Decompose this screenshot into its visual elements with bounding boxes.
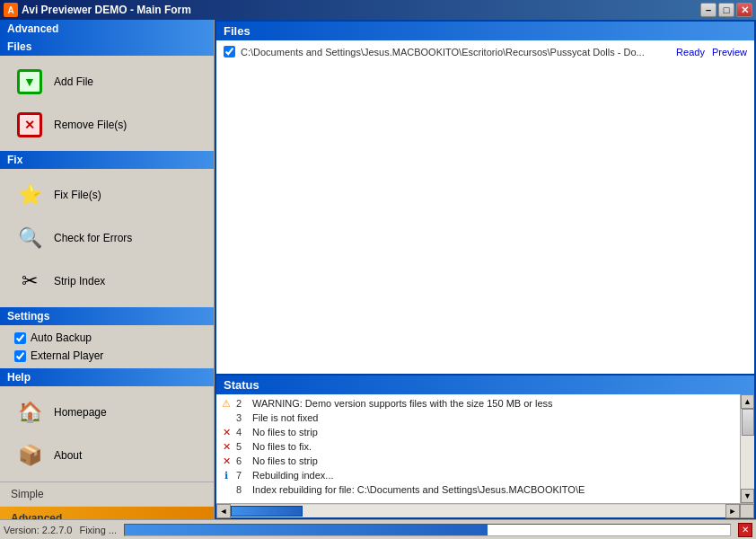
close-button[interactable]: ✕	[736, 3, 752, 17]
settings-section-header: Settings	[0, 307, 214, 325]
remove-file-button[interactable]: Remove File(s)	[7, 104, 207, 146]
homepage-button[interactable]: Homepage	[7, 392, 207, 433]
status-row-4: ✕ 5 No files to fix.	[216, 439, 740, 454]
files-content: C:\Documents and Settings\Jesus.MACBOOKI…	[216, 40, 754, 374]
status-msg-5: No files to strip	[252, 455, 318, 466]
h-scroll-thumb[interactable]	[231, 506, 303, 517]
warn-icon-1: ⚠	[220, 397, 233, 410]
scroll-down-btn[interactable]: ▼	[741, 489, 754, 503]
window-title: Avi Previewer DEMO - Main Form	[22, 4, 700, 16]
status-num-4: 5	[236, 441, 252, 452]
h-scroll-container: ◄ ►	[216, 503, 754, 517]
error-icon-3: ✕	[220, 426, 233, 438]
error-icon-4: ✕	[220, 440, 233, 453]
status-row-5: ✕ 6 No files to strip	[216, 454, 740, 468]
h-scroll-left-btn[interactable]: ◄	[216, 504, 231, 518]
minimize-button[interactable]: –	[700, 3, 716, 17]
h-scroll-track	[231, 505, 725, 517]
homepage-icon	[11, 395, 48, 429]
auto-backup-checkbox[interactable]	[14, 332, 26, 344]
add-file-label: Add File	[54, 75, 93, 88]
status-num-3: 4	[236, 427, 252, 437]
window-controls: – □ ✕	[700, 3, 752, 17]
h-scroll-corner	[740, 504, 754, 518]
external-player-label: External Player	[31, 349, 103, 362]
status-scrollbar: ▲ ▼	[740, 394, 754, 503]
tab-simple[interactable]: Simple	[0, 482, 214, 507]
main-content: Advanced Files Add File Remove File(s) F…	[0, 20, 756, 519]
remove-file-label: Remove File(s)	[54, 119, 127, 131]
about-label: About	[54, 449, 82, 462]
fixing-label: Fixing ...	[79, 525, 117, 535]
status-bar: Version: 2.2.7.0 Fixing ... ✕	[0, 519, 756, 539]
error-icon-5: ✕	[220, 455, 233, 467]
scroll-track	[741, 409, 754, 489]
auto-backup-row: Auto Backup	[7, 329, 207, 347]
add-file-button[interactable]: Add File	[7, 61, 207, 102]
progress-bar	[124, 524, 731, 536]
about-icon	[11, 438, 48, 473]
check-errors-label: Check for Errors	[54, 232, 132, 244]
check-errors-button[interactable]: Check for Errors	[7, 217, 207, 259]
status-num-6: 7	[236, 470, 252, 481]
maximize-button[interactable]: □	[718, 3, 734, 17]
files-section: Files C:\Documents and Settings\Jesus.MA…	[215, 20, 756, 376]
status-num-7: 8	[236, 484, 252, 495]
status-title: Status	[216, 376, 754, 394]
fix-file-label: Fix File(s)	[54, 189, 101, 201]
status-msg-6: Rebuilding index...	[252, 470, 334, 481]
file-row: C:\Documents and Settings\Jesus.MACBOOKI…	[220, 44, 751, 59]
status-num-5: 6	[236, 455, 252, 466]
left-panel: Advanced Files Add File Remove File(s) F…	[0, 20, 215, 519]
status-msg-7: Index rebuilding for file: C:\Documents …	[252, 484, 585, 495]
status-row-3: ✕ 4 No files to strip	[216, 425, 740, 439]
settings-content: Auto Backup External Player	[0, 325, 214, 368]
status-msg-4: No files to fix.	[252, 441, 312, 452]
fix-section-header: Fix	[0, 151, 214, 169]
external-player-checkbox[interactable]	[14, 350, 26, 362]
status-msg-3: No files to strip	[252, 427, 318, 437]
scroll-up-btn[interactable]: ▲	[741, 394, 754, 409]
status-row-7: 8 Index rebuilding for file: C:\Document…	[216, 482, 740, 497]
external-player-row: External Player	[7, 347, 207, 365]
help-section-header: Help	[0, 368, 214, 386]
app-icon: A	[4, 3, 18, 17]
status-icon-7	[220, 483, 233, 496]
homepage-label: Homepage	[54, 406, 107, 419]
title-bar: A Avi Previewer DEMO - Main Form – □ ✕	[0, 0, 756, 20]
status-inner: ⚠ 2 WARNING: Demo version supports files…	[216, 394, 754, 503]
help-actions: Homepage About	[0, 386, 214, 482]
status-section: Status ⚠ 2 WARNING: Demo version support…	[215, 376, 756, 519]
h-scroll-right-btn[interactable]: ►	[725, 504, 740, 518]
tab-advanced[interactable]: Advanced	[0, 507, 214, 519]
auto-backup-label: Auto Backup	[31, 331, 92, 344]
file-path: C:\Documents and Settings\Jesus.MACBOOKI…	[241, 47, 676, 57]
fix-file-icon	[11, 178, 48, 212]
bottom-tabs: Simple Advanced »	[0, 482, 214, 519]
strip-index-icon	[11, 264, 48, 298]
status-num-2: 3	[236, 412, 252, 423]
status-num-1: 2	[236, 398, 252, 409]
files-title: Files	[216, 22, 754, 40]
file-checkbox[interactable]	[224, 46, 235, 57]
fix-file-button[interactable]: Fix File(s)	[7, 174, 207, 216]
add-file-icon	[11, 65, 48, 99]
files-actions: Add File Remove File(s)	[0, 56, 214, 151]
status-msg-2: File is not fixed	[252, 412, 318, 423]
left-panel-header: Advanced	[0, 20, 214, 38]
check-errors-icon	[11, 221, 48, 255]
status-row-6: ℹ 7 Rebuilding index...	[216, 468, 740, 482]
file-status: Ready	[676, 47, 705, 57]
about-button[interactable]: About	[7, 435, 207, 476]
version-label: Version: 2.2.7.0	[4, 525, 72, 535]
status-row-1: ⚠ 2 WARNING: Demo version supports files…	[216, 396, 740, 411]
status-content: ⚠ 2 WARNING: Demo version supports files…	[216, 394, 740, 503]
file-preview-link[interactable]: Preview	[712, 47, 747, 57]
status-msg-1: WARNING: Demo version supports files wit…	[252, 398, 553, 409]
strip-index-button[interactable]: Strip Index	[7, 261, 207, 302]
status-icon-2	[220, 411, 233, 424]
status-bar-close-btn[interactable]: ✕	[738, 523, 752, 537]
fix-actions: Fix File(s) Check for Errors Strip Index	[0, 169, 214, 307]
scroll-thumb[interactable]	[742, 409, 754, 436]
progress-bar-inner	[125, 525, 488, 535]
